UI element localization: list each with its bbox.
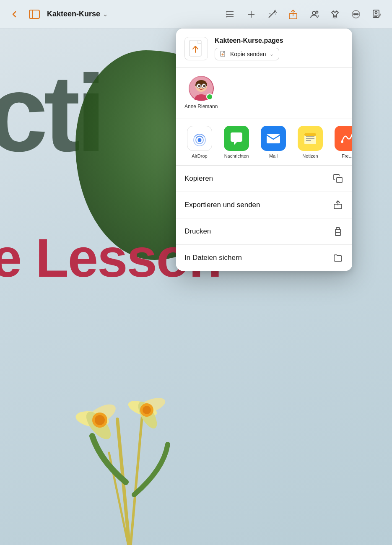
svg-line-1 [130, 411, 143, 545]
app-item-notes[interactable]: Notizen [295, 126, 325, 158]
more-options-button[interactable] [348, 6, 364, 23]
app-item-messages[interactable]: Nachrichten [221, 126, 252, 158]
person-status-dot [206, 93, 213, 100]
person-avatar-anne [189, 76, 214, 101]
mail-icon [261, 126, 286, 151]
export-icon [332, 199, 344, 211]
mail-label: Mail [269, 153, 278, 158]
action-print[interactable]: Drucken [176, 218, 352, 245]
action-copy[interactable]: Kopieren [176, 166, 352, 192]
svg-point-12 [143, 406, 151, 414]
messages-label: Nachrichten [224, 153, 249, 158]
svg-point-68 [340, 231, 341, 231]
action-files-label: In Dateien sichern [184, 254, 242, 262]
person-item-anne[interactable]: Anne Riemann [184, 76, 218, 110]
share-apps-section: AirDrop Nachrichten Mail [176, 119, 352, 166]
print-icon [332, 226, 344, 237]
filetype-chevron-icon: ⌄ [270, 51, 274, 57]
toolbar-left: Kakteen-Kurse ⌄ [7, 7, 108, 22]
svg-rect-64 [337, 177, 342, 183]
svg-point-23 [274, 12, 275, 12]
notes-label: Notizen [302, 153, 318, 158]
svg-point-39 [380, 13, 381, 15]
svg-point-20 [226, 16, 228, 17]
svg-rect-61 [304, 133, 316, 136]
title-chevron-icon: ⌄ [103, 11, 108, 18]
airdrop-label: AirDrop [192, 153, 207, 158]
action-export[interactable]: Exportieren und senden [176, 192, 352, 218]
svg-point-7 [95, 415, 105, 425]
svg-point-46 [198, 85, 200, 87]
svg-point-33 [356, 13, 357, 15]
title-text: Kakteen-Kurse [47, 10, 100, 18]
svg-point-18 [226, 11, 228, 12]
svg-point-47 [203, 85, 205, 87]
collaborate-button[interactable] [306, 6, 322, 23]
doc-settings-button[interactable] [369, 6, 385, 23]
messages-icon [224, 126, 249, 151]
app-item-more[interactable]: Fre... [332, 126, 352, 158]
share-actions-list: Kopieren Exportieren und senden Drucken [176, 166, 352, 271]
share-header-info: Kakteen-Kurse.pages Kopie senden ⌄ [215, 37, 344, 60]
svg-rect-67 [336, 228, 340, 230]
document-title[interactable]: Kakteen-Kurse ⌄ [47, 10, 108, 18]
filetype-selector[interactable]: Kopie senden ⌄ [215, 48, 279, 60]
svg-point-36 [375, 11, 377, 13]
more-label: Fre... [342, 153, 352, 158]
copy-icon [332, 173, 344, 184]
svg-point-29 [316, 11, 318, 13]
share-people-section: Anne Riemann [176, 67, 352, 119]
magic-wand-button[interactable] [264, 6, 280, 23]
svg-point-28 [312, 11, 316, 15]
svg-point-34 [357, 13, 358, 15]
svg-rect-66 [335, 232, 340, 236]
notes-icon [298, 126, 323, 151]
back-button[interactable] [7, 7, 22, 22]
svg-rect-13 [29, 10, 39, 18]
share-header: Kakteen-Kurse.pages Kopie senden ⌄ [176, 29, 352, 67]
folder-icon [332, 252, 344, 264]
freeform-icon [335, 126, 352, 151]
action-copy-label: Kopieren [184, 174, 213, 183]
share-panel: Kakteen-Kurse.pages Kopie senden ⌄ [176, 29, 352, 271]
share-filename: Kakteen-Kurse.pages [215, 37, 344, 44]
svg-line-24 [275, 10, 276, 10]
action-print-label: Drucken [184, 227, 211, 236]
person-name-anne: Anne Riemann [184, 104, 218, 110]
app-item-airdrop[interactable]: AirDrop [184, 126, 215, 158]
flower-decoration [34, 335, 226, 545]
sidebar-toggle-button[interactable] [27, 7, 42, 22]
filetype-label: Kopie senden [230, 51, 266, 57]
svg-point-52 [198, 138, 202, 142]
airdrop-icon [187, 126, 212, 151]
svg-point-63 [341, 140, 343, 143]
svg-point-32 [354, 13, 355, 15]
action-export-label: Exportieren und senden [184, 201, 260, 209]
svg-point-19 [226, 13, 228, 15]
list-view-button[interactable] [222, 6, 239, 23]
share-button[interactable] [285, 6, 301, 23]
action-files[interactable]: In Dateien sichern [176, 245, 352, 271]
app-item-mail[interactable]: Mail [258, 126, 288, 158]
svg-line-26 [275, 14, 276, 14]
file-icon [184, 37, 208, 60]
pin-button[interactable] [327, 6, 343, 23]
toolbar: Kakteen-Kurse ⌄ [0, 0, 392, 29]
toolbar-right [222, 6, 385, 23]
add-button[interactable] [243, 6, 260, 23]
